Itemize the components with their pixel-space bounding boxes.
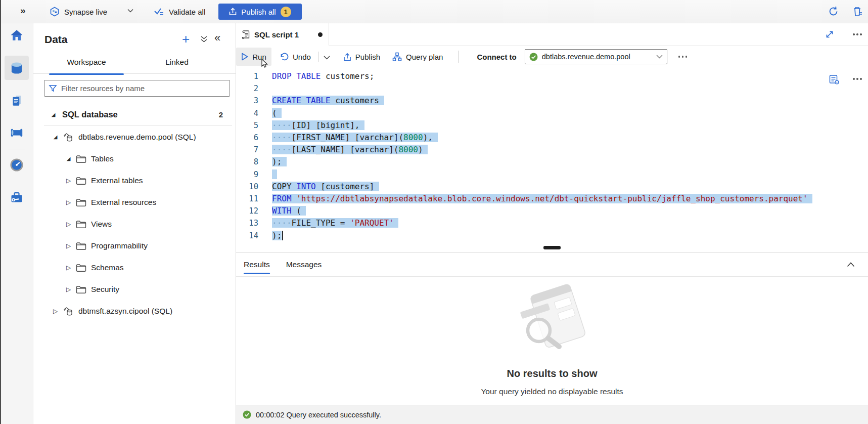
nav-manage[interactable]	[5, 185, 29, 209]
hub-navigation-rail	[0, 23, 33, 424]
nav-monitor[interactable]	[5, 153, 29, 177]
expand-menu-icon[interactable]: »	[20, 5, 26, 16]
query-plan-button[interactable]: Query plan	[392, 52, 443, 62]
tree-node[interactable]: ▷Security	[33, 278, 236, 300]
validate-all-button[interactable]: Validate all	[154, 0, 205, 23]
nav-data[interactable]	[5, 56, 29, 80]
collapse-results-chevron-icon[interactable]	[847, 260, 855, 269]
sql-script-icon	[241, 30, 250, 39]
code-line[interactable]: 13····FILE_TYPE = 'PARQUET'	[236, 217, 868, 229]
code-line[interactable]: 3CREATE TABLE customers	[236, 95, 868, 107]
folder-icon	[76, 176, 86, 185]
git-mode-selector[interactable]: Synapse live	[50, 0, 107, 23]
code-line-content[interactable]: ····FILE_TYPE = 'PARQUET'	[272, 218, 398, 228]
panel-title: Data	[44, 33, 68, 46]
nav-develop[interactable]	[5, 88, 29, 112]
tree-node[interactable]: ▷Schemas	[33, 257, 236, 278]
code-line[interactable]: 1DROP TABLE customers;	[236, 70, 868, 82]
tree-node-label: Views	[91, 220, 112, 229]
code-line-content[interactable]: WITH (	[272, 206, 306, 216]
refresh-icon[interactable]	[828, 6, 839, 19]
caret-collapsed-icon[interactable]: ▷	[65, 221, 72, 228]
selection-highlight: ····[LAST_NAME] [varchar](8000)	[272, 145, 428, 154]
code-line[interactable]: 4(	[236, 107, 868, 119]
collapse-panel-icon[interactable]: «	[214, 32, 220, 44]
code-line[interactable]: 5····[ID] [bigint],	[236, 119, 868, 132]
undo-button[interactable]: Undo	[280, 53, 311, 61]
caret-expanded-icon[interactable]: ◢	[52, 134, 59, 140]
tree-node[interactable]: ◢dbtlabs.revenue.demo.pool (SQL)	[33, 126, 236, 148]
results-tab-bar: Results Messages	[236, 252, 868, 277]
connect-to-pool-dropdown[interactable]: dbtlabs.revenue.demo.pool	[525, 49, 667, 64]
folder-icon	[76, 198, 86, 207]
code-line-content[interactable]: );	[272, 231, 283, 240]
add-resource-button plus-icon[interactable]: +	[182, 32, 190, 46]
code-line-content[interactable]: );	[272, 157, 287, 166]
tree-node[interactable]: ▷External tables	[33, 169, 236, 191]
code-line[interactable]: 11FROM 'https://dbtlabsynapsedatalake.bl…	[236, 193, 868, 205]
tree-node[interactable]: ▷dbtmsft.azsyn.cipool (SQL)	[33, 300, 236, 322]
code-line-content[interactable]: (	[272, 108, 282, 118]
caret-expanded-icon[interactable]: ◢	[50, 112, 57, 117]
code-line[interactable]: 14);	[236, 230, 868, 242]
caret-expanded-icon[interactable]: ◢	[65, 156, 72, 161]
folder-icon	[76, 220, 86, 229]
tab-workspace[interactable]: Workspace	[49, 51, 124, 74]
code-line[interactable]: 8);	[236, 156, 868, 168]
tab-linked[interactable]: Linked	[142, 51, 212, 74]
publish-all-button[interactable]: Publish all 1	[218, 4, 302, 20]
tree-node-label: External resources	[91, 198, 156, 207]
nav-home[interactable]	[5, 23, 29, 48]
monitor-gauge-icon	[10, 158, 24, 172]
publish-button[interactable]: Publish	[343, 53, 380, 61]
code-line-content[interactable]: FROM 'https://dbtlabsynapsedatalake.blob…	[272, 194, 812, 203]
code-line-content[interactable]: ····[ID] [bigint],	[272, 120, 364, 130]
nav-integrate[interactable]	[5, 120, 29, 145]
code-line-content[interactable]: ····[LAST_NAME] [varchar](8000)	[272, 145, 428, 154]
tab-messages[interactable]: Messages	[286, 252, 322, 277]
caret-collapsed-icon[interactable]: ▷	[65, 199, 72, 206]
results-splitter-handle[interactable]	[543, 246, 561, 249]
tree-node[interactable]: ▷Views	[33, 213, 236, 235]
code-line[interactable]: 9	[236, 168, 868, 181]
success-check-icon	[243, 410, 251, 419]
top-command-bar: » Synapse live Validate all	[0, 0, 868, 23]
caret-collapsed-icon[interactable]: ▷	[65, 286, 72, 293]
develop-document-icon	[10, 94, 24, 107]
code-line[interactable]: 12WITH (	[236, 205, 868, 217]
undo-dropdown-chevron-icon[interactable]	[324, 53, 330, 61]
code-editor[interactable]: 1DROP TABLE customers;23CREATE TABLE cus…	[236, 68, 868, 248]
toolbar-more-actions-icon[interactable]	[678, 56, 688, 58]
discard-trash-icon[interactable]	[851, 6, 863, 20]
code-line-content[interactable]: COPY INTO [customers]	[272, 182, 379, 191]
expand-all-icon[interactable]	[200, 35, 208, 45]
mode-chevron-down-icon[interactable]	[127, 9, 133, 13]
synapse-live-icon	[50, 7, 60, 17]
tree-node[interactable]: ◢Tables	[33, 148, 236, 169]
code-line[interactable]: 2	[236, 82, 868, 95]
code-line-content[interactable]: ····[FIRST_NAME] [varchar](8000),	[272, 133, 438, 142]
code-line[interactable]: 6····[FIRST_NAME] [varchar](8000),	[236, 132, 868, 144]
tab-results-label: Results	[244, 260, 270, 269]
code-line-content[interactable]: DROP TABLE customers;	[272, 71, 374, 81]
tree-node[interactable]: ▷External resources	[33, 191, 236, 213]
tree-node[interactable]: ▷Programmability	[33, 235, 236, 257]
caret-collapsed-icon[interactable]: ▷	[52, 308, 59, 315]
caret-collapsed-icon[interactable]: ▷	[65, 242, 72, 249]
tab-sql-script-1[interactable]: SQL script 1	[236, 23, 329, 46]
unsaved-changes-dot	[318, 32, 323, 37]
code-line[interactable]: 7····[LAST_NAME] [varchar](8000)	[236, 144, 868, 156]
tab-results[interactable]: Results	[244, 252, 270, 277]
code-line-content[interactable]: CREATE TABLE customers	[272, 96, 384, 105]
filter-input[interactable]	[61, 84, 225, 93]
empty-state-title: No results to show	[507, 368, 598, 379]
undo-icon	[280, 53, 289, 61]
tree-root-sql-database[interactable]: ◢ SQL database 2	[33, 103, 236, 125]
code-line[interactable]: 10COPY INTO [customers]	[236, 181, 868, 193]
expand-editor-icon[interactable]	[825, 30, 834, 39]
tab-more-actions-icon[interactable]	[853, 33, 862, 35]
line-number: 8	[236, 156, 258, 168]
caret-collapsed-icon[interactable]: ▷	[65, 264, 72, 271]
code-line-content[interactable]	[272, 169, 277, 179]
caret-collapsed-icon[interactable]: ▷	[65, 177, 72, 184]
